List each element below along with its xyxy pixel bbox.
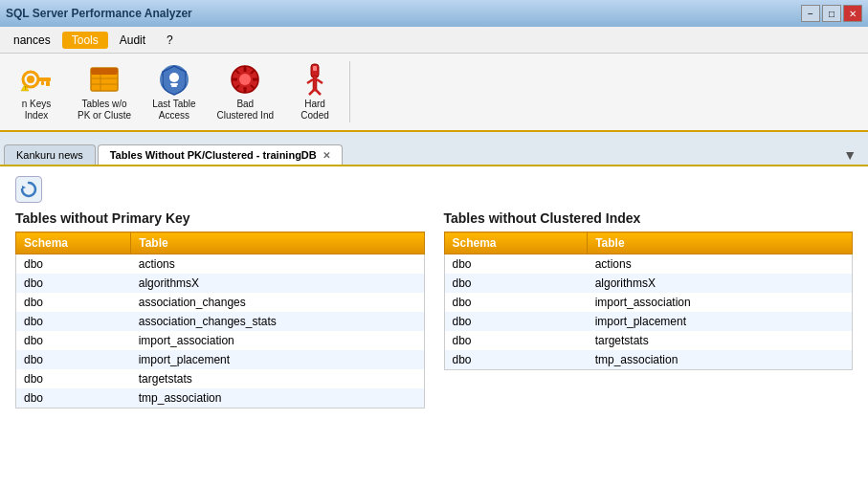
table-row: dboimport_association [444,293,853,312]
bad-clustered-icon [226,62,264,97]
right-col-table: Table [588,232,853,254]
left-col-table: Table [131,232,424,254]
menu-finances[interactable]: nances [4,32,60,49]
menu-help[interactable]: ? [157,32,183,49]
table-row: dbotmp_association [444,350,853,370]
table-row: dboalgorithmsX [16,274,425,293]
table-row: dboimport_placement [16,350,425,369]
svg-line-30 [309,89,315,95]
table-row: dboimport_association [16,331,425,350]
svg-rect-3 [46,81,50,86]
index-keys-button[interactable]: ! n KeysIndex [8,57,65,126]
maximize-button[interactable]: □ [822,5,841,22]
right-section-title: Tables without Clustered Index [444,210,854,226]
menu-tools[interactable]: Tools [62,32,108,49]
svg-point-18 [239,74,251,85]
refresh-button[interactable] [15,176,42,203]
tables-wo-pk-label: Tables w/oPK or Cluste [78,99,131,122]
svg-rect-28 [313,66,317,71]
index-keys-icon: ! [17,62,56,97]
right-table-section: Tables without Clustered Index Schema Ta… [444,210,854,476]
svg-rect-4 [41,81,44,85]
right-col-schema: Schema [444,232,588,254]
tab-tables-pk-label: Tables Without PK/Clustered - trainingDB [110,149,317,161]
svg-rect-8 [91,68,118,75]
table-row: dbotargetstats [444,331,853,350]
table-row: dboalgorithmsX [444,274,853,293]
table-row: dbotargetstats [16,369,425,388]
left-table-section: Tables without Primary Key Schema Table … [15,210,425,476]
hard-coded-button[interactable]: HardCoded [286,57,344,126]
table-row: dboimport_placement [444,312,853,331]
svg-line-32 [307,79,313,83]
hard-coded-label: HardCoded [300,99,328,122]
bad-clustered-button[interactable]: BadClustered Ind [209,57,282,126]
hard-coded-icon [296,62,334,97]
title-bar: SQL Server Performance Analyzer − □ ✕ [0,0,868,27]
svg-marker-34 [22,186,26,189]
svg-point-14 [169,73,179,82]
table-row: dboassociation_changes_stats [16,312,425,331]
ribbon-divider [349,61,350,122]
svg-rect-2 [37,77,51,81]
tab-bar: Kankuru news Tables Without PK/Clustered… [0,132,868,166]
svg-rect-29 [313,76,317,91]
last-table-access-button[interactable]: Last TableAccess [144,57,204,126]
tab-kankuru-label: Kankuru news [16,149,83,161]
ribbon-toolbar: ! n KeysIndex Tables w/oPK or Cluste [0,54,868,132]
refresh-icon [20,181,37,198]
tables-wo-pk-icon [85,62,123,97]
tab-tables-pk[interactable]: Tables Without PK/Clustered - trainingDB… [98,144,343,165]
svg-rect-15 [170,83,178,85]
window-controls: − □ ✕ [801,5,862,22]
menu-audit[interactable]: Audit [110,32,155,49]
table-row: dboactions [16,254,425,275]
svg-line-33 [317,79,323,83]
left-section-title: Tables without Primary Key [15,210,425,226]
left-col-schema: Schema [16,232,131,254]
tab-kankuru[interactable]: Kankuru news [4,144,96,165]
last-table-access-icon [155,62,193,97]
tab-close-icon[interactable]: ✕ [323,150,330,161]
left-data-table: Schema Table dboactionsdboalgorithmsXdbo… [15,232,425,409]
svg-point-1 [27,76,34,83]
table-row: dboactions [444,254,853,275]
last-table-access-label: Last TableAccess [152,99,195,122]
close-button[interactable]: ✕ [843,5,862,22]
table-row: dboassociation_changes [16,293,425,312]
index-keys-label: n KeysIndex [22,99,52,122]
svg-rect-16 [171,85,177,87]
table-row: dbotmp_association [16,388,425,409]
bad-clustered-label: BadClustered Ind [217,99,274,122]
tables-wo-pk-button[interactable]: Tables w/oPK or Cluste [69,57,140,126]
menu-bar: nances Tools Audit ? [0,27,868,54]
main-content: Tables without Primary Key Schema Table … [0,166,868,486]
app-title: SQL Server Performance Analyzer [6,7,192,20]
tables-container: Tables without Primary Key Schema Table … [15,210,853,476]
tab-scroll-button[interactable]: ▼ [835,145,864,165]
svg-line-31 [315,89,321,95]
right-data-table: Schema Table dboactionsdboalgorithmsXdbo… [444,232,854,370]
minimize-button[interactable]: − [801,5,820,22]
